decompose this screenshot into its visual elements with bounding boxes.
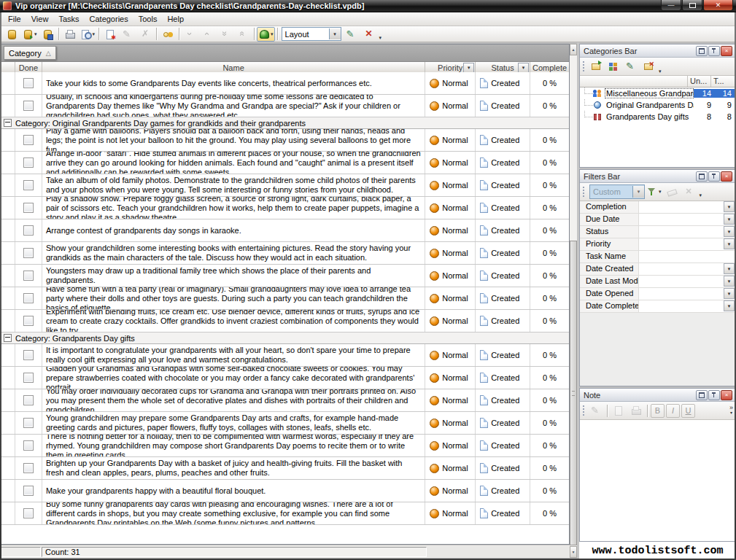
task-checkbox[interactable] <box>23 135 34 145</box>
task-row[interactable]: Brighten up your Grandparents Day with a… <box>1 457 569 480</box>
task-row[interactable]: Youngsters may draw up a traditional fam… <box>1 265 569 287</box>
category-tree-item[interactable]: Original Grandparents Day games99 <box>580 99 735 111</box>
search-button[interactable] <box>159 27 177 42</box>
panel-pin-button[interactable] <box>708 171 720 182</box>
filter-dropdown-button[interactable]: ▼ <box>724 201 735 212</box>
print-preview-button[interactable]: ▾ <box>79 27 97 42</box>
notification-button[interactable]: ▾ <box>257 27 275 42</box>
header-priority[interactable]: Priority ▼ <box>425 62 476 73</box>
task-checkbox[interactable] <box>23 158 34 168</box>
task-row[interactable]: Gladden your Grandmas and Grandpas with … <box>1 367 569 389</box>
grid-vertical-scrollbar[interactable]: ▲ ▼ <box>570 44 577 558</box>
categories-column-total[interactable]: T... <box>711 76 735 87</box>
task-row[interactable]: Make your grandparents happy with a beau… <box>1 480 569 502</box>
toolbar-grip[interactable] <box>582 61 585 72</box>
menu-tools[interactable]: Tools <box>133 13 163 25</box>
task-row[interactable]: Have some fun with a tea party (real or … <box>1 287 569 310</box>
task-checkbox[interactable] <box>23 463 34 473</box>
filter-value-field[interactable]: ▼ <box>639 238 735 250</box>
toolbar-overflow-caret-icon[interactable]: ▾ <box>379 35 382 41</box>
task-row[interactable]: Usually, in schools and kindergartens du… <box>1 95 569 117</box>
collapse-group-icon[interactable] <box>4 119 12 127</box>
task-checkbox[interactable] <box>23 350 34 360</box>
header-status[interactable]: Status ▼ <box>476 62 530 73</box>
status-filter-button[interactable]: ▼ <box>518 63 529 73</box>
filter-value-field[interactable]: ▼ <box>639 288 735 300</box>
task-checkbox[interactable] <box>23 225 34 236</box>
category-group-row[interactable]: Category: Original Grandparents Day game… <box>1 117 569 129</box>
panel-pin-button[interactable] <box>708 46 720 56</box>
task-row[interactable]: Play a shadow show. Prepare foggy glass … <box>1 197 569 219</box>
priority-filter-button[interactable]: ▼ <box>463 63 474 73</box>
task-row[interactable]: Young grandchildren may prepare some Gra… <box>1 412 569 435</box>
task-checkbox[interactable] <box>23 180 34 190</box>
task-checkbox[interactable] <box>23 486 34 496</box>
filter-dropdown-button[interactable]: ▼ <box>724 226 735 237</box>
add-category-button[interactable] <box>587 59 605 74</box>
categories-column-name[interactable] <box>580 76 688 87</box>
dropdown-caret-icon[interactable]: ▾ <box>93 31 96 37</box>
scroll-down-button[interactable]: ▼ <box>570 546 577 558</box>
layout-combobox[interactable]: Layout ▾ <box>282 27 341 41</box>
toolbar-grip[interactable] <box>582 405 585 416</box>
panel-pin-button[interactable] <box>708 390 720 400</box>
task-checkbox[interactable] <box>23 78 34 88</box>
task-checkbox[interactable] <box>23 508 34 518</box>
filter-preset-combobox[interactable]: Custom ▾ <box>589 184 645 199</box>
category-tree-item[interactable]: Miscellaneous Grandparents Day .1414 <box>580 88 735 99</box>
header-done[interactable]: Done <box>15 62 42 73</box>
filter-dropdown-button[interactable]: ▼ <box>724 288 735 299</box>
note-content[interactable] <box>580 419 735 541</box>
scrollbar-thumb[interactable] <box>570 241 577 545</box>
task-checkbox[interactable] <box>23 271 34 281</box>
task-checkbox[interactable] <box>23 203 34 213</box>
open-database-button[interactable]: ▾ <box>20 27 39 42</box>
panel-close-button[interactable]: × <box>721 46 732 56</box>
task-row[interactable]: Show your grandchildren some interesting… <box>1 242 569 265</box>
menu-file[interactable]: File <box>3 13 26 25</box>
menu-categories[interactable]: Categories <box>85 13 133 25</box>
save-database-button[interactable] <box>39 27 56 42</box>
toolbar-grip[interactable] <box>582 186 585 198</box>
task-row[interactable]: There is nothing better for a holiday, t… <box>1 435 569 457</box>
dropdown-caret-icon[interactable]: ▾ <box>659 189 662 195</box>
panel-close-button[interactable]: × <box>721 171 732 182</box>
filter-value-field[interactable]: ▼ <box>639 263 735 275</box>
add-subcategory-button[interactable] <box>605 59 622 74</box>
panel-close-button[interactable]: × <box>721 390 732 400</box>
task-checkbox[interactable] <box>23 418 34 428</box>
new-database-button[interactable] <box>3 27 20 42</box>
filter-value-field[interactable]: ▼ <box>639 201 735 213</box>
task-row[interactable]: Arrange contest of grandparents day song… <box>1 219 569 242</box>
task-row[interactable]: Take your kids to some Grandparents Day … <box>1 72 569 95</box>
task-row[interactable]: You may order individually decorated cup… <box>1 389 569 412</box>
filter-preset-dropdown-button[interactable]: ▾ <box>632 186 644 198</box>
panel-restore-button[interactable] <box>696 171 708 182</box>
filter-value-field[interactable] <box>639 251 735 262</box>
minimize-button[interactable]: — <box>661 0 681 11</box>
edit-category-button[interactable] <box>622 59 640 74</box>
task-checkbox[interactable] <box>23 373 34 383</box>
apply-filter-button[interactable]: ▾ <box>645 184 663 199</box>
filter-value-field[interactable]: ▼ <box>639 214 735 225</box>
task-row[interactable]: Play a game with balloons. Players shoul… <box>1 129 569 152</box>
header-name[interactable]: Name <box>42 62 425 73</box>
toolbar-overflow-caret-icon[interactable]: ▾ <box>700 192 702 198</box>
filter-value-field[interactable]: ▼ <box>639 276 735 287</box>
new-task-button[interactable] <box>101 27 119 42</box>
filter-value-field[interactable]: ▼ <box>639 226 735 238</box>
menu-help[interactable]: Help <box>162 13 189 25</box>
toolbar-overflow-caret-icon[interactable]: ▾ <box>659 69 662 74</box>
panel-restore-button[interactable] <box>696 390 708 400</box>
layout-combobox-dropdown-button[interactable]: ▾ <box>329 28 341 39</box>
categories-column-unassigned[interactable]: Un... <box>688 76 711 87</box>
category-tree-item[interactable]: Grandparents Day gifts88 <box>580 111 735 122</box>
filter-dropdown-button[interactable]: ▼ <box>724 238 735 249</box>
edit-layout-button[interactable] <box>343 27 360 42</box>
task-row[interactable]: Buy some funny grandparents day cards wi… <box>1 502 569 525</box>
filter-dropdown-button[interactable]: ▼ <box>724 300 735 311</box>
task-checkbox[interactable] <box>23 395 34 405</box>
task-row[interactable]: Arrange in-door "safari". Hide stuffed a… <box>1 152 569 174</box>
dropdown-caret-icon[interactable]: ▾ <box>34 31 37 37</box>
task-checkbox[interactable] <box>23 316 34 326</box>
